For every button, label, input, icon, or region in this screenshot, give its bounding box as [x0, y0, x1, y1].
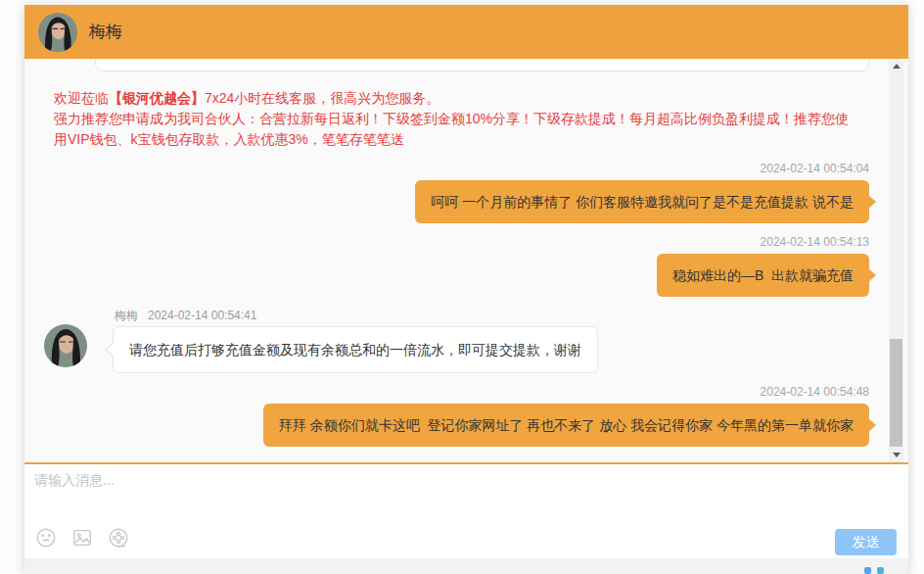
sender-and-timestamp: 梅梅2024-02-14 00:54:41 — [44, 309, 869, 322]
welcome-message: 欢迎莅临【银河优越会】7x24小时在线客服，很高兴为您服务。 强力推荐您申请成为… — [54, 88, 859, 150]
chat-message-list: 欢迎莅临【银河优越会】7x24小时在线客服，很高兴为您服务。 强力推荐您申请成为… — [24, 59, 888, 462]
scroll-up-button[interactable] — [889, 59, 903, 73]
message-row: 拜拜 余额你们就卡这吧 登记你家网址了 再也不来了 放心 我会记得你家 今年黑的… — [44, 404, 869, 447]
image-icon[interactable] — [71, 527, 93, 549]
arrow-down-icon — [893, 453, 901, 457]
sender-name: 梅梅 — [115, 309, 138, 322]
timestamp: 2024-02-14 00:54:48 — [44, 385, 869, 399]
outgoing-message-bubble: 稳如难出的—B 出款就骗充值 — [657, 254, 869, 297]
outgoing-message-bubble: 呵呵 一个月前的事情了 你们客服特邀我就问了是不是充值提款 说不是 — [415, 180, 869, 223]
chat-header: 梅梅 — [24, 5, 908, 59]
timestamp: 2024-02-14 00:54:41 — [148, 309, 256, 322]
chat-widget: 梅梅 欢迎莅临【银河优越会】7x24小时在线客服，很高兴为您服务。 强力推荐您申… — [24, 5, 908, 574]
brand-name: 【银河优越会】 — [109, 90, 205, 106]
welcome-line1: 欢迎莅临【银河优越会】7x24小时在线客服，很高兴为您服务。 — [54, 88, 859, 109]
composer-toolbar — [35, 527, 129, 549]
agent-name-title: 梅梅 — [89, 21, 122, 43]
emoji-icon[interactable] — [35, 527, 57, 549]
send-button[interactable]: 发送 — [835, 529, 897, 555]
scroll-down-button[interactable] — [889, 448, 903, 462]
incoming-message-bubble: 请您充值后打够充值金额及现有余额总和的一倍流水，即可提交提款，谢谢 — [113, 326, 598, 373]
footer-strip — [24, 558, 908, 574]
message-row: 呵呵 一个月前的事情了 你们客服特邀我就问了是不是充值提款 说不是 — [44, 180, 869, 223]
message-composer: 发送 — [24, 462, 908, 558]
message-row: 稳如难出的—B 出款就骗充值 — [44, 254, 869, 297]
agent-avatar — [38, 13, 77, 52]
agent-avatar — [44, 324, 87, 367]
timestamp: 2024-02-14 00:54:04 — [44, 162, 869, 175]
scrollbar[interactable] — [889, 59, 903, 462]
message-input[interactable] — [34, 472, 719, 519]
footer-brand-icon — [877, 567, 884, 574]
chat-scroll-area[interactable]: 欢迎莅临【银河优越会】7x24小时在线客服，很高兴为您服务。 强力推荐您申请成为… — [24, 59, 908, 462]
timestamp: 2024-02-14 00:54:13 — [44, 235, 869, 249]
scrollbar-thumb[interactable] — [890, 339, 902, 447]
welcome-line2: 强力推荐您申请成为我司合伙人：合营拉新每日返利！下级签到金额10%分享！下级存款… — [54, 109, 859, 150]
footer-brand-icon — [864, 567, 871, 574]
outgoing-message-bubble: 拜拜 余额你们就卡这吧 登记你家网址了 再也不来了 放心 我会记得你家 今年黑的… — [263, 404, 869, 447]
message-row: 请您充值后打够充值金额及现有余额总和的一倍流水，即可提交提款，谢谢 — [44, 326, 869, 373]
cutoff-message-bubble — [95, 59, 869, 72]
video-icon[interactable] — [108, 527, 129, 549]
arrow-up-icon — [893, 64, 901, 69]
